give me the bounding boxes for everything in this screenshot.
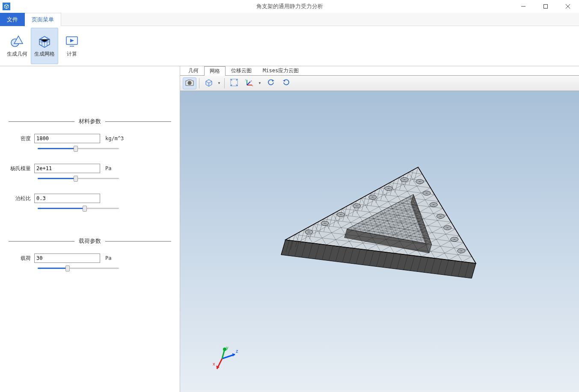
density-unit: kg/m^3	[105, 136, 124, 141]
window-title: 角支架的通用静力受力分析	[256, 3, 323, 10]
cube-icon	[205, 78, 213, 88]
view-cube-button[interactable]	[202, 77, 216, 89]
youngs-unit: Pa	[105, 165, 111, 171]
mesh-icon	[37, 34, 52, 49]
tab-page-menu[interactable]: 页面菜单	[25, 13, 61, 26]
svg-text:x: x	[252, 84, 253, 87]
view-tab-displacement[interactable]: 位移云图	[226, 66, 257, 75]
rotate-right-button[interactable]	[279, 77, 293, 89]
section-material: 材料参数	[9, 118, 171, 125]
load-label: 载荷	[9, 255, 34, 262]
ribbon-generate-mesh[interactable]: 生成网格	[31, 28, 58, 64]
youngs-input[interactable]	[34, 164, 100, 173]
tab-file[interactable]: 文件	[0, 13, 25, 26]
field-load: 载荷 Pa	[9, 253, 171, 263]
ribbon-compute[interactable]: 计算	[58, 28, 86, 64]
svg-text:y: y	[245, 78, 246, 81]
sidebar: 材料参数 密度 kg/m^3 杨氏模量 Pa 泊松比 载荷参数	[0, 66, 180, 392]
axes-dropdown[interactable]: ▼	[258, 81, 262, 85]
minimize-button[interactable]	[512, 0, 534, 13]
titlebar: 角支架的通用静力受力分析	[0, 0, 579, 13]
close-button[interactable]	[557, 0, 579, 13]
field-density: 密度 kg/m^3	[9, 134, 171, 143]
density-input[interactable]	[34, 134, 100, 143]
viewport-canvas[interactable]: z y x	[180, 91, 579, 392]
mesh-model	[260, 154, 499, 317]
window-controls	[512, 0, 579, 13]
density-slider[interactable]	[38, 146, 119, 152]
svg-text:x: x	[213, 361, 215, 366]
field-poisson: 泊松比	[9, 194, 171, 203]
view-tab-geometry[interactable]: 几何	[183, 66, 204, 75]
svg-line-15	[247, 82, 250, 85]
ribbon: 生成几何 生成网格 计算	[0, 26, 579, 66]
menubar: 文件 页面菜单	[0, 13, 579, 26]
rotate-left-icon	[267, 78, 275, 88]
app-icon	[3, 3, 10, 10]
maximize-button[interactable]	[534, 0, 557, 13]
load-input[interactable]	[34, 253, 100, 263]
axes-button[interactable]: yxz	[243, 77, 256, 89]
view-tab-mises[interactable]: Mises应力云图	[257, 66, 304, 75]
compute-icon	[65, 34, 79, 49]
svg-text:z: z	[236, 348, 238, 354]
geometry-icon	[10, 34, 24, 49]
axes-icon: yxz	[245, 78, 254, 88]
svg-marker-20	[283, 80, 285, 82]
ribbon-mesh-label: 生成网格	[34, 50, 55, 58]
view-tab-mesh[interactable]: 网格	[204, 66, 226, 76]
viewport-tabs: 几何 网格 位移云图 Mises应力云图	[180, 66, 579, 76]
orientation-triad: z y x	[210, 341, 244, 375]
svg-point-11	[189, 82, 190, 84]
svg-marker-19	[272, 80, 274, 82]
snapshot-button[interactable]	[183, 77, 196, 89]
svg-text:z: z	[251, 80, 252, 82]
poisson-slider[interactable]	[38, 206, 119, 212]
ribbon-compute-label: 计算	[67, 50, 77, 58]
main: 材料参数 密度 kg/m^3 杨氏模量 Pa 泊松比 载荷参数	[0, 66, 579, 392]
density-label: 密度	[9, 135, 34, 142]
rotate-left-button[interactable]	[264, 77, 278, 89]
camera-icon	[185, 79, 194, 88]
load-unit: Pa	[105, 255, 111, 261]
poisson-label: 泊松比	[9, 195, 34, 202]
view-cube-dropdown[interactable]: ▼	[217, 81, 222, 85]
viewport-toolbar: ▼ yxz ▼	[180, 76, 579, 91]
youngs-slider[interactable]	[38, 176, 119, 182]
load-slider[interactable]	[38, 265, 119, 271]
svg-rect-2	[544, 5, 548, 9]
poisson-input[interactable]	[34, 194, 100, 203]
section-load: 载荷参数	[9, 237, 171, 245]
ribbon-geometry-label: 生成几何	[7, 50, 27, 58]
fit-view-button[interactable]	[227, 77, 241, 89]
viewport-area: 几何 网格 位移云图 Mises应力云图 ▼ yxz ▼	[180, 66, 579, 392]
youngs-label: 杨氏模量	[9, 165, 34, 172]
field-youngs: 杨氏模量 Pa	[9, 164, 171, 173]
ribbon-generate-geometry[interactable]: 生成几何	[3, 28, 31, 64]
rotate-right-icon	[282, 78, 291, 88]
fit-icon	[230, 78, 238, 88]
svg-text:y: y	[226, 345, 229, 350]
